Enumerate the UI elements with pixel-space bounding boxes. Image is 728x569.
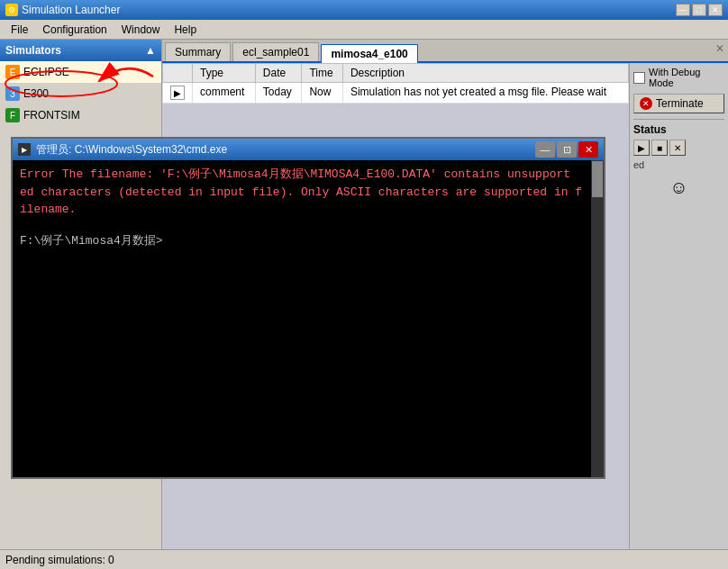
title-bar-buttons: — □ ✕ <box>676 4 723 16</box>
col-expand <box>163 64 193 83</box>
row-time: Now <box>302 83 343 104</box>
cmd-icon: ▶ <box>18 143 31 156</box>
cmd-minimize-button[interactable]: — <box>535 141 555 158</box>
menu-window[interactable]: Window <box>114 22 168 38</box>
restore-button[interactable]: □ <box>692 4 706 16</box>
sidebar-label-e300: E300 <box>23 87 49 100</box>
col-time: Time <box>302 64 343 83</box>
status-icons-row: ▶ ■ ✕ <box>633 140 724 156</box>
cmd-restore-button[interactable]: ⊡ <box>557 141 577 158</box>
table-row: ▶ comment Today Now Simulation has not y… <box>163 83 629 104</box>
app-icon: ⚙ <box>5 4 18 16</box>
row-expand-cell[interactable]: ▶ <box>163 83 193 104</box>
menu-bar: File Configuration Window Help <box>0 20 728 40</box>
tab-ecl-sample01[interactable]: ecl_sample01 <box>232 42 319 61</box>
row-type: comment <box>193 83 256 104</box>
cmd-window: ▶ 管理员: C:\Windows\System32\cmd.exe — ⊡ ✕… <box>11 137 605 479</box>
cmd-title: 管理员: C:\Windows\System32\cmd.exe <box>36 142 227 158</box>
status-icon-3[interactable]: ✕ <box>669 140 686 156</box>
debug-mode-row: With Debug Mode <box>633 67 724 88</box>
tab-bar: Summary ecl_sample01 mimosa4_e100 ✕ <box>162 40 728 63</box>
expand-button[interactable]: ▶ <box>170 86 185 100</box>
smiley-icon: ☺ <box>633 177 724 198</box>
cmd-title-left: ▶ 管理员: C:\Windows\System32\cmd.exe <box>18 142 227 158</box>
row-date: Today <box>255 83 302 104</box>
tab-mimosa4-e100[interactable]: mimosa4_e100 <box>321 44 417 63</box>
cmd-title-buttons: — ⊡ ✕ <box>535 141 598 158</box>
eclipse-icon: E <box>5 65 20 79</box>
menu-help[interactable]: Help <box>167 22 204 38</box>
tab-bar-close-button[interactable]: ✕ <box>715 42 724 55</box>
tab-summary[interactable]: Summary <box>165 42 231 61</box>
title-bar: ⚙ Simulation Launcher — □ ✕ <box>0 0 728 20</box>
sidebar-title: Simulators <box>5 44 61 57</box>
menu-file[interactable]: File <box>4 22 35 38</box>
sidebar-item-eclipse[interactable]: E ECLIPSE <box>0 61 161 83</box>
close-button[interactable]: ✕ <box>708 4 723 16</box>
col-type: Type <box>193 64 256 83</box>
cmd-title-bar: ▶ 管理员: C:\Windows\System32\cmd.exe — ⊡ ✕ <box>13 139 604 160</box>
pending-simulations-text: Pending simulations: 0 <box>5 554 114 566</box>
title-bar-left: ⚙ Simulation Launcher <box>5 4 120 16</box>
cmd-scroll-thumb[interactable] <box>592 161 603 197</box>
cmd-content: Error The filename: 'F:\例子\Mimosa4月数据\MI… <box>13 160 604 477</box>
debug-mode-checkbox[interactable] <box>633 72 645 84</box>
status-bar: Pending simulations: 0 <box>0 549 728 569</box>
col-date: Date <box>255 64 302 83</box>
row-description: Simulation has not yet created a msg fil… <box>342 83 628 104</box>
status-icon-2[interactable]: ■ <box>651 140 668 156</box>
e300-icon: 3 <box>5 86 20 101</box>
sidebar-header: Simulators ▲ <box>0 40 161 61</box>
cmd-prompt-line: F:\例子\Mimosa4月数据> <box>20 232 596 250</box>
terminate-button[interactable]: ✕ Terminate <box>633 94 724 113</box>
sidebar-item-frontsim[interactable]: F FRONTSIM <box>0 104 161 126</box>
cmd-close-button[interactable]: ✕ <box>578 141 598 158</box>
status-text: ed <box>633 159 724 170</box>
sidebar-label-frontsim: FRONTSIM <box>23 109 80 122</box>
table-container: Type Date Time Description ▶ <box>162 63 629 104</box>
sidebar-collapse-button[interactable]: ▲ <box>145 44 156 57</box>
app-title: Simulation Launcher <box>22 4 120 16</box>
status-header: Status <box>633 123 724 136</box>
minimize-button[interactable]: — <box>676 4 690 16</box>
data-table: Type Date Time Description ▶ <box>162 63 629 104</box>
status-section: Status ▶ ■ ✕ ed ☺ <box>633 119 724 198</box>
debug-mode-label: With Debug Mode <box>649 67 724 88</box>
sidebar-label-eclipse: ECLIPSE <box>23 66 69 78</box>
col-description: Description <box>342 64 628 83</box>
menu-configuration[interactable]: Configuration <box>35 22 114 38</box>
frontsim-icon: F <box>5 108 20 122</box>
status-icon-1[interactable]: ▶ <box>633 140 650 156</box>
right-panel: With Debug Mode ✕ Terminate Status ▶ ■ ✕… <box>629 63 728 549</box>
cmd-scrollbar[interactable] <box>591 160 604 477</box>
terminate-icon: ✕ <box>640 97 652 110</box>
cmd-error-line-1: Error The filename: 'F:\例子\Mimosa4月数据\MI… <box>20 166 596 219</box>
sidebar-item-e300[interactable]: 3 E300 <box>0 83 161 104</box>
